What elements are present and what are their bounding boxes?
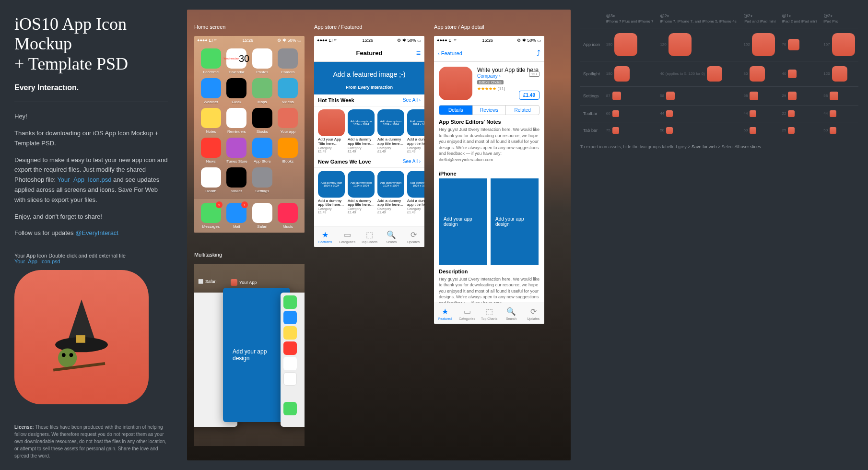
share-icon[interactable]: ⤴ [537, 49, 540, 58]
icon-size-grid: @3xiPhone 7 Plus and iPhone 7@2xiPhone 7… [580, 10, 858, 149]
hot-scroll[interactable]: Add your App Title here…Category£1.49Add… [314, 106, 424, 156]
app-videos[interactable]: Videos [276, 78, 300, 104]
app-facetime[interactable]: Facetime [199, 48, 223, 74]
app-card[interactable]: Add dummy icon 1024 x 1024Add a dummy ap… [407, 109, 424, 153]
psd-link[interactable]: Your_App_Icon.psd [57, 176, 111, 183]
app-stocks[interactable]: Stocks [250, 108, 274, 134]
status-bar: ●●●● EI ᯤ15:26⚙ ✱ 50% ▭ [314, 36, 424, 45]
tab-featured[interactable]: ★Featured [314, 226, 336, 247]
nav-bar: ‹ Featured ⤴ [434, 45, 544, 62]
mockup-canvas: Home screen App store / Featured App sto… [187, 10, 571, 460]
svg-point-4 [70, 353, 73, 357]
status-bar: ●●●● EI ᯤ 15:26 ⚙ ✱ 50% ▭ [194, 36, 305, 45]
large-app-icon[interactable] [14, 270, 149, 404]
multi-card-yourapp[interactable]: Add your app design [223, 288, 290, 422]
app-header: Write your App title here Company › Edit… [434, 62, 544, 105]
appstore-featured: ●●●● EI ᯤ15:26⚙ ✱ 50% ▭ Featured ≡ Add a… [314, 36, 424, 247]
section-new: New Games We LoveSee All › [314, 156, 424, 168]
hero-banner[interactable]: Add a featured image ;-) From Every Inte… [314, 62, 424, 94]
app-card[interactable]: Add dummy icon 1024 x 1024Add a dummy ap… [377, 109, 404, 153]
svg-point-3 [62, 353, 66, 357]
app-clock[interactable]: Clock [225, 78, 249, 104]
app-reminders[interactable]: Reminders [225, 108, 249, 134]
app-news[interactable]: News [199, 138, 223, 164]
app-icon [439, 67, 472, 100]
main-title: iOS10 App Icon Mockup + Template PSD [14, 14, 168, 74]
app-itunes store[interactable]: iTunes Store [225, 138, 249, 164]
tab-top charts[interactable]: ⬚Top Charts [478, 303, 500, 324]
row-spotlight: Spotlight18040 (applies to 5, 120 for 6)… [580, 61, 858, 87]
row-toolbar: Toolbar6644442244 [580, 106, 858, 122]
battery: ⚙ ✱ 50% ▭ [277, 38, 302, 43]
row-tab bar: Tab bar7550502550 [580, 122, 858, 139]
app-maps[interactable]: Maps [250, 78, 274, 104]
row-settings: Settings8758582958 [580, 87, 858, 106]
seg-details[interactable]: Details [439, 106, 473, 115]
tab-top charts[interactable]: ⬚Top Charts [358, 226, 380, 247]
app-card[interactable]: Add dummy icon 1024 x 1024Add a dummy ap… [348, 109, 375, 153]
screenshot: Add your app design [491, 178, 539, 265]
back-button[interactable]: ‹ Featured [438, 50, 462, 56]
app-photos[interactable]: Photos [250, 48, 274, 74]
app-calendar[interactable]: Wednesday30Calendar [225, 48, 249, 74]
see-all-link[interactable]: See All › [403, 159, 421, 164]
age-badge: 12+ [529, 71, 540, 77]
dock-safari[interactable]: Safari [252, 203, 272, 229]
card-label-yourapp: Your App [231, 279, 257, 286]
tab-search[interactable]: 🔍Search [500, 303, 522, 324]
tab-updates[interactable]: ⟳Updates [522, 303, 544, 324]
new-scroll[interactable]: Add dummy icon 1024 x 1024Add a dummy ap… [314, 168, 424, 217]
section-hot: Hot This WeekSee All › [314, 94, 424, 106]
app-notes[interactable]: Notes [199, 108, 223, 134]
price-button[interactable]: £1.49 [519, 91, 540, 100]
featured-label: App store / Featured [314, 24, 362, 30]
clock: 15:26 [243, 38, 254, 43]
app-card[interactable]: Add dummy icon 1024 x 1024Add a dummy ap… [348, 171, 375, 214]
app-wallet[interactable]: Wallet [225, 167, 249, 193]
twitter-link[interactable]: @EveryInteract [75, 229, 118, 236]
screenshots[interactable]: Add your app design Add your app design [434, 178, 544, 265]
app-settings[interactable]: Settings [250, 167, 274, 193]
multitasking-view: ⬜ Safari Your App Add your app design [194, 264, 305, 446]
app-your app[interactable]: Your app [276, 108, 300, 134]
tab-search[interactable]: 🔍Search [380, 226, 402, 247]
divider [14, 102, 168, 102]
intro-p3: Enjoy, and don't forget to share! [14, 212, 168, 222]
iphone-heading: iPhone [434, 167, 544, 178]
tab-bar: ★Featured▭Categories⬚Top Charts🔍Search⟳U… [434, 303, 544, 324]
home-screen: ●●●● EI ᯤ 15:26 ⚙ ✱ 50% ▭ FacetimeWednes… [194, 36, 305, 233]
app-card[interactable]: Add dummy icon 1024 x 1024Add a dummy ap… [407, 171, 424, 214]
app-ibooks[interactable]: iBooks [276, 138, 300, 164]
tab-categories[interactable]: ▭Categories [456, 303, 478, 324]
intro-p1: Thanks for downloading our iOS App Icon … [14, 129, 168, 149]
size-table: @3xiPhone 7 Plus and iPhone 7@2xiPhone 7… [580, 10, 858, 139]
app-card[interactable]: Add your App Title here…Category£1.49 [318, 109, 345, 153]
app-grid: FacetimeWednesday30CalendarPhotosCameraW… [194, 45, 305, 197]
app-weather[interactable]: Weather [199, 78, 223, 104]
list-icon[interactable]: ≡ [416, 49, 421, 58]
app-card[interactable]: Add dummy icon 1024 x 1024Add a dummy ap… [318, 171, 345, 214]
multi-card-home[interactable] [281, 293, 305, 427]
seg-reviews[interactable]: Reviews [473, 106, 506, 115]
intro-p2: Designed to make it easy to test your ne… [14, 155, 168, 205]
dock-mail[interactable]: 1Mail [226, 203, 246, 229]
appstore-detail: ●●●● EI ᯤ15:26⚙ ✱ 50% ▭ ‹ Featured ⤴ Wri… [434, 36, 544, 324]
app-app store[interactable]: App Store [250, 138, 274, 164]
segment-control[interactable]: DetailsReviewsRelated [439, 105, 540, 115]
icon-psd-link[interactable]: Your_App_Icon.psd [14, 258, 60, 264]
dock-messages[interactable]: 1Messages [201, 203, 221, 229]
tab-categories[interactable]: ▭Categories [336, 226, 358, 247]
nav-bar: Featured ≡ [314, 45, 424, 62]
app-card[interactable]: Add dummy icon 1024 x 1024Add a dummy ap… [377, 171, 404, 214]
see-all-link[interactable]: See All › [403, 97, 421, 103]
greeting: Hey! [14, 112, 168, 122]
tab-featured[interactable]: ★Featured [434, 303, 456, 324]
dock-music[interactable]: Music [278, 203, 298, 229]
app-health[interactable]: Health [199, 167, 223, 193]
tab-updates[interactable]: ⟳Updates [402, 226, 424, 247]
seg-related[interactable]: Related [506, 106, 539, 115]
notes-heading: App Store Editors' Notes [434, 115, 544, 127]
app-camera[interactable]: Camera [276, 48, 300, 74]
carrier: ●●●● EI ᯤ [197, 38, 218, 43]
tab-bar: ★Featured▭Categories⬚Top Charts🔍Search⟳U… [314, 226, 424, 247]
